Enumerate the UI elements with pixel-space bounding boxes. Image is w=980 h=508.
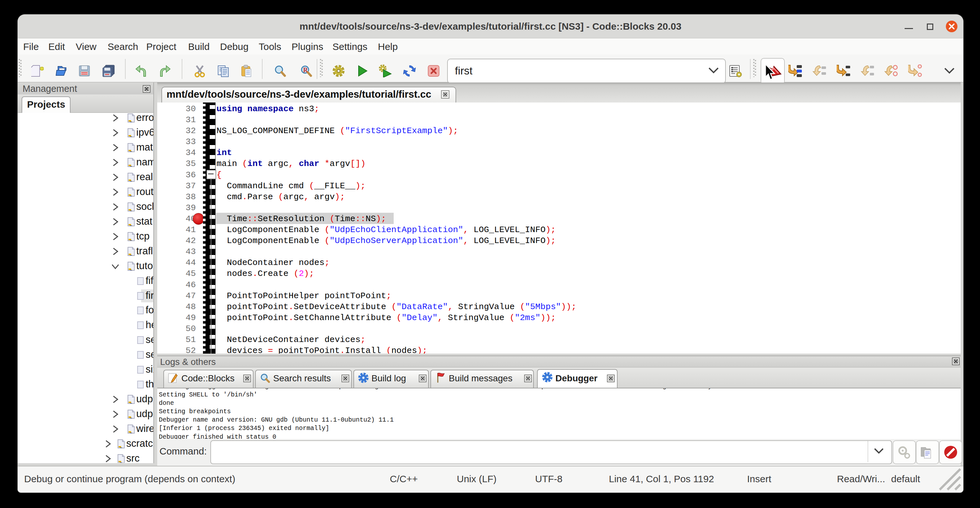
svg-text:R: R: [303, 66, 308, 73]
